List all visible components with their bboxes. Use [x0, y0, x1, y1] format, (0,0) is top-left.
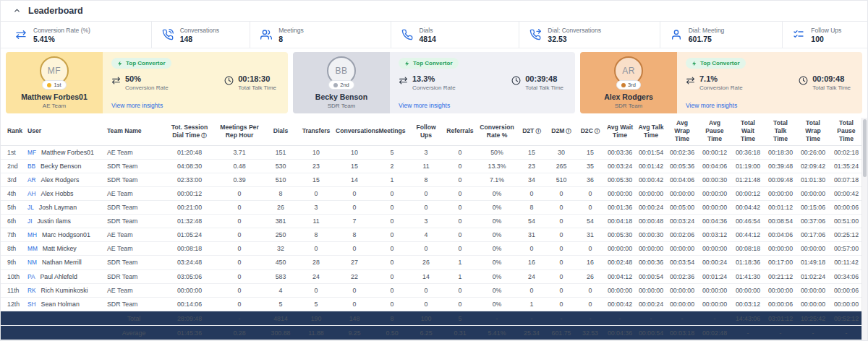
bolt-icon [117, 61, 123, 66]
cell-conversion-rate: 0% [477, 297, 517, 311]
cell-avg-pause-time: 00:00:30 [698, 173, 731, 186]
page-header: Leaderboard [1, 1, 867, 22]
cell-meetings: 5 [375, 145, 409, 159]
clock-icon [511, 75, 521, 85]
conversion-stat: 50% Conversion Rate [111, 74, 169, 91]
user-cell: JIJustin Ilams [25, 215, 105, 228]
kpi-value: 4814 [420, 35, 436, 43]
total-d2t: - [517, 311, 546, 326]
cell-tot-session-dial-time: 00:00:12 [163, 186, 216, 200]
cell-avg-wrap-time: 00:00:00 [666, 186, 698, 200]
avatar-initials: MF [48, 66, 61, 76]
average-total-wrap-time: - [796, 326, 830, 340]
cell-avg-wrap-time: 00:00:00 [666, 242, 698, 256]
clock-icon [224, 75, 234, 85]
average-dials: 300.88 [263, 326, 299, 340]
bolt-icon [404, 61, 410, 66]
cell-d2c: 35 [576, 159, 604, 173]
total-total-wrap-time: 10:25:42 [796, 311, 830, 326]
cell-conversion-rate: 7.1% [477, 173, 517, 186]
cell-dials: 381 [263, 215, 299, 228]
table-row: 12thSHSean HolmanSDR Team00:14:060550000… [1, 297, 863, 311]
cell-d2t: 54 [517, 215, 546, 228]
table-row: 6thJIJustin IlamsSDR Team01:32:480381117… [1, 215, 863, 228]
rank-medal: 2nd [328, 80, 354, 90]
cell-conversations: 0 [333, 200, 375, 214]
total-total-wait-time: 14:43:06 [731, 311, 765, 326]
col-header-team-name: Team Name [105, 118, 163, 145]
vertical-scrollbar[interactable] [861, 118, 867, 340]
user-initials: SH [27, 301, 36, 308]
cell-avg-pause-time: 00:00:00 [698, 200, 731, 214]
conversion-label: Conversion Rate [412, 85, 456, 91]
info-icon[interactable]: ⓘ [595, 128, 600, 134]
cell-total-pause-time: 00:00:00 [830, 297, 863, 311]
cell-conversion-rate: 0% [477, 215, 517, 228]
cell-avg-pause-time: 00:03:12 [698, 228, 731, 242]
cell-total-talk-time: 00:17:00 [765, 256, 796, 269]
info-icon[interactable]: ⓘ [535, 128, 541, 134]
total-avg-wrap-time: - [666, 311, 698, 326]
col-label: D2T [522, 127, 534, 134]
collapse-leaderboard-button[interactable] [12, 6, 22, 16]
team-cell: AE Team [105, 283, 163, 297]
cell-referrals: 0 [443, 242, 477, 256]
cell-avg-pause-time: 00:00:24 [698, 256, 731, 269]
rank-cell: 9th [1, 256, 25, 269]
dial-meeting-icon [671, 29, 682, 40]
average-conversations: 9.25 [333, 326, 375, 340]
scrollbar-thumb[interactable] [863, 119, 867, 177]
cell-d2t: 0 [517, 283, 546, 297]
cell-conversion-rate: 50% [477, 145, 517, 159]
info-icon[interactable]: ⓘ [201, 132, 207, 139]
cell-tot-session-dial-time: 00:08:18 [163, 242, 216, 256]
kpi-text: Dial: Conversations 32.53 [548, 27, 601, 43]
total-meetings: 8 [375, 311, 409, 326]
user-cell: PAPaul Ahlefeld [25, 269, 105, 283]
view-more-insights-link[interactable]: View more insights [686, 102, 737, 109]
kpi-item: Meetings 8 [250, 22, 391, 48]
cell-transfers: 24 [299, 269, 333, 283]
cell-d2m: 0 [546, 283, 576, 297]
kpi-label: Follow Ups [811, 27, 841, 34]
rank-label: 2nd [340, 82, 349, 88]
col-label: Total Pause Time [837, 119, 855, 142]
cell-meetings-per-rep-hour: 0 [216, 269, 263, 283]
kpi-value: 148 [180, 35, 219, 43]
cell-total-wrap-time: 00:26:00 [796, 145, 830, 159]
col-label: Dials [273, 127, 289, 134]
cell-d2c: 0 [576, 283, 604, 297]
cell-avg-wrap-time: 00:02:36 [666, 145, 698, 159]
cell-tot-session-dial-time: 01:05:24 [163, 228, 216, 242]
empty-cell [25, 326, 105, 340]
talk-time-value: 00:18:30 [238, 74, 276, 83]
user-name: Matt Mickey [43, 245, 77, 252]
cell-total-talk-time: 00:01:12 [765, 200, 796, 214]
info-icon[interactable]: ⓘ [566, 128, 571, 134]
cell-avg-talk-time: 00:00:30 [636, 228, 666, 242]
cell-transfers: 28 [299, 256, 333, 269]
view-more-insights-link[interactable]: View more insights [111, 102, 163, 109]
cell-avg-wait-time: 00:00:00 [604, 283, 636, 297]
col-label: Conversations [336, 127, 379, 134]
user-cell: NMNathan Merrill [25, 256, 105, 269]
dial-conversations-icon [529, 29, 541, 40]
average-avg-wrap-time: 00:03:18 [666, 326, 698, 340]
cell-total-wrap-time: 00:37:06 [796, 215, 830, 228]
view-more-insights-link[interactable]: View more insights [399, 102, 450, 109]
rank-medal: 3rd [616, 80, 641, 90]
table-row: 3rdARAlex RodgersSDR Team02:33:000.39510… [1, 173, 863, 186]
cell-total-wrap-time: 02:09:42 [796, 159, 830, 173]
kpi-item: Dial: Conversations 32.53 [519, 22, 660, 48]
cell-tot-session-dial-time: 00:21:00 [163, 200, 216, 214]
cell-d2m: 0 [546, 200, 576, 214]
col-header-total-pause-time: Total Pause Time [830, 118, 863, 145]
cell-avg-wrap-time: 00:02:36 [666, 269, 698, 283]
cell-conversations: 10 [333, 145, 375, 159]
cell-avg-pause-time: 00:00:00 [698, 186, 731, 200]
cell-total-wait-time: 01:21:48 [731, 173, 765, 186]
cell-d2t: 24 [517, 269, 546, 283]
team-cell: SDR Team [105, 200, 163, 214]
cell-meetings: 0 [375, 269, 409, 283]
cell-avg-talk-time: 00:00:00 [636, 186, 666, 200]
